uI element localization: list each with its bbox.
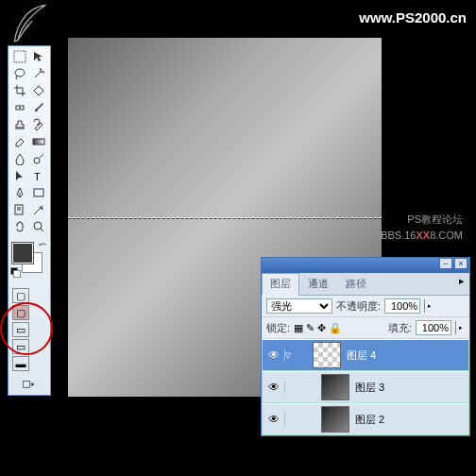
layer-row[interactable]: 👁 ▽ 图层 4: [262, 339, 469, 371]
app-logo-feather: [9, 2, 51, 43]
panel-menu-icon[interactable]: ▸: [454, 273, 469, 295]
blur-icon[interactable]: [10, 150, 29, 167]
heal-icon[interactable]: [10, 99, 29, 116]
tab-layers[interactable]: 图层: [262, 273, 299, 296]
layer-thumbnail[interactable]: [321, 406, 349, 433]
lock-label: 锁定:: [266, 321, 290, 335]
layer-name[interactable]: 图层 3: [351, 381, 384, 395]
opacity-drop-icon[interactable]: ▸: [424, 299, 434, 313]
tab-paths[interactable]: 路径: [337, 273, 375, 295]
layer-row[interactable]: 👁 图层 3: [262, 371, 469, 403]
tab-channels[interactable]: 通道: [299, 273, 337, 295]
blend-row: 强光 不透明度: ▸: [262, 296, 469, 317]
lasso-icon[interactable]: [10, 65, 29, 82]
dodge-icon[interactable]: [29, 150, 48, 167]
svg-rect-9: [24, 382, 30, 388]
blend-mode-select[interactable]: 强光: [266, 298, 332, 314]
notes-icon[interactable]: [10, 201, 29, 218]
svg-rect-3: [33, 139, 44, 144]
svg-point-4: [34, 158, 40, 163]
close-icon[interactable]: ×: [454, 258, 468, 269]
lock-icons: ▦ ✎ ✥ 🔒: [294, 322, 342, 334]
opacity-input[interactable]: [384, 298, 420, 314]
standard-mode-icon[interactable]: ▢: [12, 288, 29, 303]
lock-all-icon[interactable]: 🔒: [329, 322, 342, 334]
color-swatches[interactable]: ⤺: [10, 239, 48, 279]
layer-name[interactable]: 图层 2: [351, 413, 384, 427]
lock-row: 锁定: ▦ ✎ ✥ 🔒 填充: ▸: [262, 317, 469, 339]
screen-mode-1-icon[interactable]: ▭: [12, 322, 29, 337]
visibility-icon[interactable]: 👁: [263, 381, 285, 394]
zoom-icon[interactable]: [29, 218, 48, 235]
default-colors-icon[interactable]: [10, 267, 22, 279]
layer-row[interactable]: 👁 图层 2: [262, 403, 469, 435]
swap-colors-icon[interactable]: ⤺: [39, 239, 46, 249]
screen-mode-2-icon[interactable]: ▭: [12, 339, 29, 354]
path-select-icon[interactable]: [10, 167, 29, 184]
marquee-selection: [68, 217, 382, 219]
eraser-icon[interactable]: [10, 133, 29, 150]
layer-thumbnail[interactable]: [321, 374, 349, 400]
svg-rect-0: [14, 51, 26, 62]
brush-icon[interactable]: [29, 99, 48, 116]
hand-icon[interactable]: [10, 218, 29, 235]
svg-rect-6: [34, 189, 43, 196]
visibility-icon[interactable]: 👁: [263, 413, 285, 426]
marquee-icon[interactable]: [10, 48, 29, 65]
wand-icon[interactable]: [29, 65, 48, 82]
minimize-icon[interactable]: –: [439, 258, 452, 269]
fill-input[interactable]: [416, 320, 451, 335]
history-brush-icon[interactable]: [29, 116, 48, 133]
foreground-color[interactable]: [12, 243, 33, 264]
stamp-icon[interactable]: [10, 116, 29, 133]
watermark-text: PS教程论坛 BBS.16XX8.COM: [381, 212, 463, 244]
type-icon[interactable]: T: [29, 167, 48, 184]
svg-point-8: [34, 222, 42, 230]
slice-icon[interactable]: [29, 82, 48, 99]
layers-panel: – × 图层 通道 路径 ▸ 强光 不透明度: ▸ 锁定: ▦ ✎ ✥ 🔒 填充…: [261, 257, 470, 436]
lock-transparency-icon[interactable]: ▦: [294, 322, 303, 334]
fill-label: 填充:: [388, 321, 412, 335]
move-icon[interactable]: [29, 48, 48, 65]
gradient-icon[interactable]: [29, 133, 48, 150]
panel-tabs: 图层 通道 路径 ▸: [262, 273, 469, 296]
tools-toolbar: T ⤺ ▢ ▢ ▭ ▭ ▬: [8, 45, 51, 396]
panel-titlebar[interactable]: – ×: [262, 258, 469, 273]
watermark-url: www.PS2000.cn: [359, 9, 467, 26]
shape-icon[interactable]: [29, 184, 48, 201]
visibility-icon[interactable]: 👁: [263, 348, 285, 362]
eyedropper-icon[interactable]: [29, 201, 48, 218]
layers-list: 👁 ▽ 图层 4 👁 图层 3 👁 图层 2: [262, 339, 469, 435]
quickmask-mode-icon[interactable]: ▢: [12, 305, 29, 320]
crop-icon[interactable]: [10, 82, 29, 99]
layer-thumbnail[interactable]: [313, 342, 341, 368]
lock-paint-icon[interactable]: ✎: [306, 322, 314, 334]
jump-to-icon[interactable]: [10, 376, 48, 393]
opacity-label: 不透明度:: [336, 299, 381, 314]
lock-move-icon[interactable]: ✥: [317, 322, 326, 334]
svg-text:T: T: [34, 171, 41, 182]
layer-name[interactable]: 图层 4: [343, 348, 376, 363]
svg-point-1: [15, 69, 25, 76]
tri-icon: ▽: [285, 351, 291, 360]
mode-buttons: ▢ ▢ ▭ ▭ ▬: [10, 286, 48, 373]
screen-mode-3-icon[interactable]: ▬: [12, 356, 29, 371]
pen-icon[interactable]: [10, 184, 29, 201]
fill-drop-icon[interactable]: ▸: [455, 321, 465, 334]
